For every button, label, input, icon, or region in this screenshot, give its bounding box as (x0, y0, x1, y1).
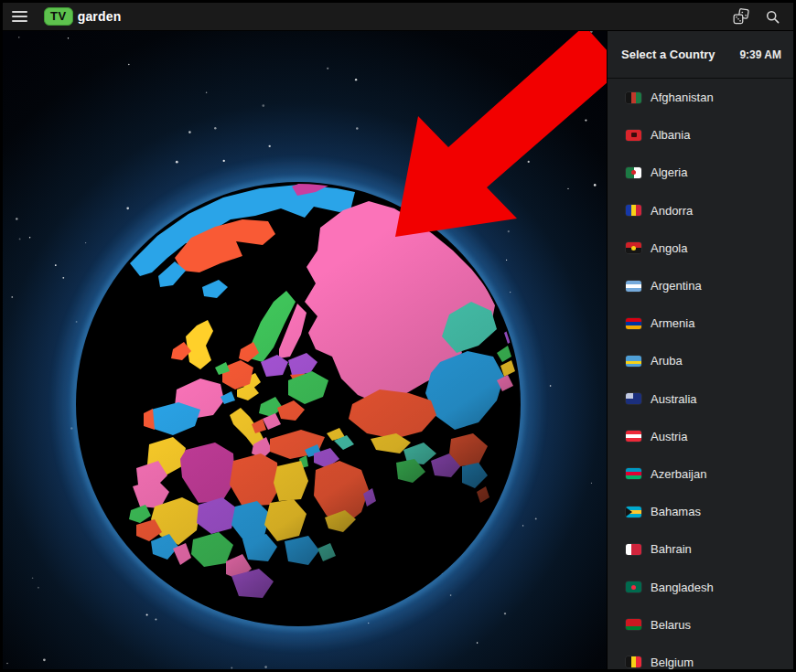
country-name: Andorra (651, 204, 693, 218)
country-item[interactable]: Albania (608, 116, 793, 154)
country-flag-icon (626, 242, 641, 253)
country-name: Australia (651, 392, 697, 406)
search-icon[interactable] (765, 9, 780, 25)
logo[interactable]: TV garden (44, 7, 122, 26)
country-name: Aruba (651, 354, 683, 368)
country-flag-icon (626, 507, 641, 517)
globe-canvas[interactable] (3, 31, 607, 669)
country-flag-icon (626, 92, 641, 103)
country-name: Afghanistan (651, 91, 714, 104)
country-flag-icon (626, 581, 641, 592)
country-item[interactable]: Australia (608, 380, 793, 418)
clock-time: 9:39 AM (739, 48, 781, 61)
country-name: Argentina (651, 279, 702, 293)
country-flag-icon (626, 393, 641, 404)
country-name: Bangladesh (651, 581, 714, 594)
country-item[interactable]: Belarus (608, 606, 793, 644)
country-flag-icon (626, 431, 641, 442)
country-item[interactable]: Angola (608, 229, 793, 267)
sidebar-header: Select a Country 9:39 AM (608, 31, 793, 79)
country-flag-icon (626, 205, 641, 216)
country-name: Bahrain (651, 542, 692, 556)
topbar-actions (732, 7, 784, 26)
country-item[interactable]: Bahamas (608, 493, 793, 530)
country-item[interactable]: Austria (608, 418, 793, 455)
country-flag-icon (626, 167, 641, 178)
country-item[interactable]: Afghanistan (608, 79, 793, 116)
country-name: Austria (651, 430, 687, 443)
country-item[interactable]: Bangladesh (608, 568, 793, 605)
logo-garden-text: garden (78, 9, 122, 24)
country-name: Angola (651, 241, 687, 255)
country-item[interactable]: Armenia (608, 304, 793, 342)
menu-icon[interactable] (12, 11, 27, 22)
country-flag-icon (626, 656, 641, 667)
globe-svg (3, 31, 607, 669)
country-name: Bahamas (651, 505, 701, 518)
country-name: Algeria (651, 165, 687, 179)
country-flag-icon (626, 468, 641, 479)
country-flag-icon (626, 544, 641, 555)
country-item[interactable]: Belgium (608, 644, 793, 669)
sidebar-title: Select a Country (621, 48, 715, 61)
country-name: Albania (651, 128, 690, 142)
country-item[interactable]: Aruba (608, 342, 793, 379)
country-flag-icon (626, 619, 641, 630)
country-flag-icon (626, 281, 641, 292)
content-row: Select a Country 9:39 AM AfghanistanAlba… (3, 31, 793, 669)
country-name: Azerbaijan (651, 467, 706, 481)
country-item[interactable]: Algeria (608, 154, 793, 191)
country-name: Belgium (651, 656, 694, 669)
country-item[interactable]: Andorra (608, 192, 793, 229)
country-flag-icon (626, 356, 641, 367)
country-item[interactable]: Argentina (608, 267, 793, 304)
country-flag-icon (626, 130, 641, 141)
dice-random-icon[interactable] (732, 7, 750, 26)
country-item[interactable]: Azerbaijan (608, 455, 793, 493)
country-item[interactable]: Bahrain (608, 530, 793, 568)
country-name: Belarus (651, 618, 691, 632)
country-list: AfghanistanAlbaniaAlgeriaAndorraAngolaAr… (608, 79, 793, 669)
country-sidebar: Select a Country 9:39 AM AfghanistanAlba… (607, 31, 793, 669)
country-flag-icon (626, 318, 641, 329)
top-bar: TV garden (3, 3, 793, 31)
app-frame: TV garden (3, 3, 793, 669)
logo-tv-badge: TV (44, 7, 73, 26)
country-name: Armenia (651, 316, 694, 330)
